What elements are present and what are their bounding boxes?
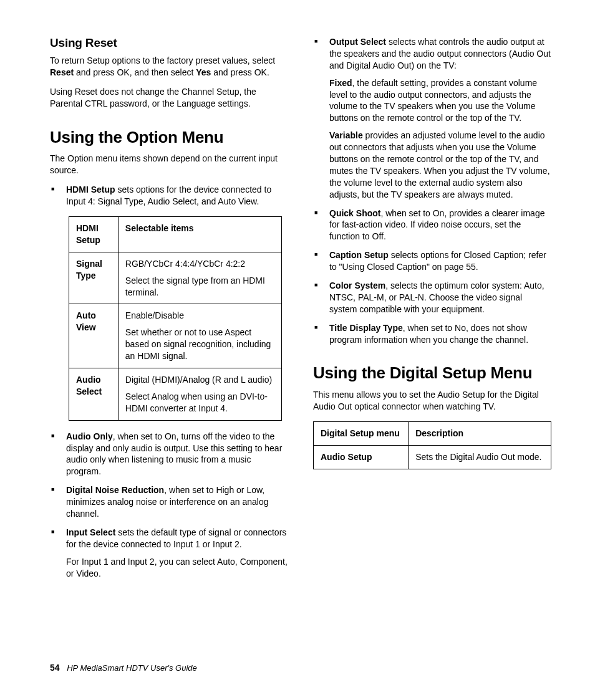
list-item-quick-shoot: Quick Shoot, when set to On, provides a …	[324, 208, 551, 243]
option-list-bottom: Audio Only, when set to On, turns off th…	[50, 431, 288, 580]
text: Digital (HDMI)/Analog (R and L audio)	[125, 375, 272, 385]
right-column: Output Select selects what controls the …	[313, 36, 551, 587]
table-cell: Digital (HDMI)/Analog (R and L audio) Se…	[118, 368, 281, 421]
list-item-title-display: Title Display Type, when set to No, does…	[324, 322, 551, 346]
bold-text: Fixed	[329, 78, 352, 88]
table-header: Digital Setup menu	[314, 422, 409, 446]
heading-digital-setup: Using the Digital Setup Menu	[313, 364, 551, 383]
table-header: Selectable items	[118, 217, 281, 252]
text: Enable/Disable	[125, 310, 184, 320]
text: Set whether or not to use Aspect based o…	[125, 327, 274, 362]
document-title: HP MediaSmart HDTV User's Guide	[67, 663, 197, 673]
page-number: 54	[50, 663, 60, 673]
digital-intro: This menu allows you to set the Audio Se…	[313, 389, 551, 413]
text: Select the signal type from an HDMI term…	[125, 275, 274, 299]
text: For Input 1 and Input 2, you can select …	[66, 556, 288, 580]
heading-using-reset: Using Reset	[50, 36, 288, 50]
variable-paragraph: Variable provides an adjusted volume lev…	[329, 130, 551, 200]
option-list-top: HDMI Setup sets options for the device c…	[50, 184, 288, 208]
reset-paragraph-2: Using Reset does not change the Channel …	[50, 86, 288, 110]
hdmi-setup-table: HDMI Setup Selectable items Signal Type …	[69, 216, 282, 421]
bold-text: Quick Shoot	[329, 208, 380, 218]
heading-option-menu: Using the Option Menu	[50, 128, 288, 147]
reset-paragraph-1: To return Setup options to the factory p…	[50, 55, 288, 79]
page-body: Using Reset To return Setup options to t…	[0, 0, 595, 618]
text: and press OK, and then select	[74, 67, 196, 77]
option-list-right: Output Select selects what controls the …	[313, 36, 551, 345]
bold-text: Title Display Type	[329, 323, 403, 333]
list-item-audio-only: Audio Only, when set to On, turns off th…	[61, 431, 288, 478]
table-header: HDMI Setup	[69, 217, 119, 252]
text: , the default setting, provides a consta…	[329, 78, 537, 123]
text: provides an adjusted volume level to the…	[329, 130, 550, 199]
bold-text: Audio Only	[66, 431, 113, 441]
list-item-color-system: Color System, selects the optimum color …	[324, 280, 551, 315]
bold-text: Caption Setup	[329, 250, 389, 260]
table-cell: Audio Setup	[314, 446, 409, 469]
digital-setup-table: Digital Setup menu Description Audio Set…	[313, 421, 551, 469]
list-item-output-select: Output Select selects what controls the …	[324, 36, 551, 201]
page-footer: 54 HP MediaSmart HDTV User's Guide	[50, 663, 197, 673]
list-item-dnr: Digital Noise Reduction, when set to Hig…	[61, 484, 288, 520]
text: Select Analog when using an DVI-to-HDMI …	[125, 391, 274, 415]
left-column: Using Reset To return Setup options to t…	[50, 36, 288, 587]
bold-text: Variable	[329, 130, 363, 140]
table-cell: Auto View	[69, 304, 119, 368]
text: To return Setup options to the factory p…	[50, 55, 275, 65]
table-header: Description	[409, 422, 551, 446]
bold-text: Reset	[50, 67, 74, 77]
bold-text: Color System	[329, 280, 385, 290]
list-item-hdmi-setup: HDMI Setup sets options for the device c…	[61, 184, 288, 208]
table-cell: Audio Select	[69, 368, 119, 421]
list-item-input-select: Input Select sets the default type of si…	[61, 527, 288, 580]
fixed-paragraph: Fixed, the default setting, provides a c…	[329, 77, 551, 125]
bold-text: Digital Noise Reduction	[66, 485, 164, 495]
list-item-caption-setup: Caption Setup selects options for Closed…	[324, 249, 551, 273]
table-cell: Signal Type	[69, 252, 119, 304]
bold-text: Yes	[196, 67, 211, 77]
table-cell: Enable/Disable Set whether or not to use…	[118, 304, 281, 368]
text: and press OK.	[211, 67, 269, 77]
option-intro: The Option menu items shown depend on th…	[50, 153, 288, 176]
text: RGB/YCbCr 4:4:4/YCbCr 4:2:2	[125, 259, 245, 269]
bold-text: Output Select	[329, 37, 386, 47]
table-cell: RGB/YCbCr 4:4:4/YCbCr 4:2:2 Select the s…	[118, 252, 281, 304]
bold-text: Input Select	[66, 527, 115, 537]
table-cell: Sets the Digital Audio Out mode.	[409, 446, 551, 469]
bold-text: HDMI Setup	[66, 185, 115, 194]
